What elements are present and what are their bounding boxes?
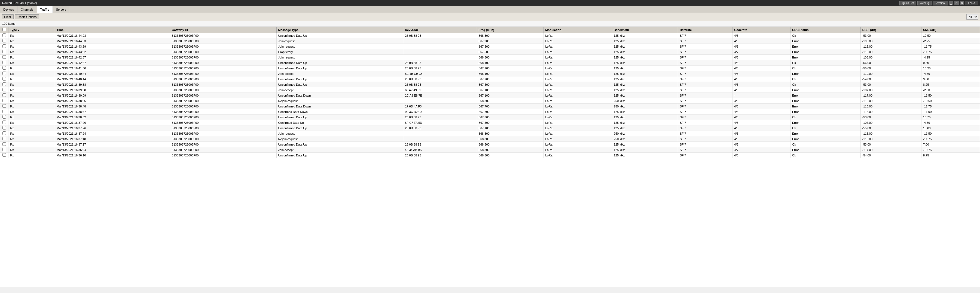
table-row[interactable]: RxMar/13/2021 16:44:033133303725006F00Jo… (0, 38, 980, 44)
cell-checkbox[interactable] (0, 131, 8, 136)
cell-checkbox[interactable] (0, 93, 8, 98)
col-time[interactable]: Time (55, 27, 170, 33)
table-row[interactable]: RxMar/13/2021 16:38:483133303725006F00Un… (0, 104, 980, 109)
cell-checkbox[interactable] (0, 33, 8, 38)
col-modulation[interactable]: Modulation (544, 27, 612, 33)
cell-modulation: LoRa (544, 82, 612, 87)
row-checkbox[interactable] (2, 120, 6, 124)
cell-checkbox[interactable] (0, 120, 8, 125)
tab-servers[interactable]: Servers (53, 6, 70, 13)
row-checkbox[interactable] (2, 115, 6, 119)
row-checkbox[interactable] (2, 39, 6, 43)
row-checkbox[interactable] (2, 131, 6, 135)
table-row[interactable]: RxMar/13/2021 16:37:263133303725006F00Un… (0, 125, 980, 131)
cell-checkbox[interactable] (0, 104, 8, 109)
cell-checkbox[interactable] (0, 60, 8, 66)
cell-checkbox[interactable] (0, 125, 8, 131)
row-checkbox[interactable] (2, 148, 6, 151)
close-button[interactable]: ✕ (960, 1, 964, 5)
cell-checkbox[interactable] (0, 55, 8, 60)
terminal-button[interactable]: Terminal (932, 1, 948, 5)
row-checkbox[interactable] (2, 99, 6, 102)
cell-checkbox[interactable] (0, 71, 8, 76)
col-bandwidth[interactable]: Bandwidth (612, 27, 678, 33)
cell-checkbox[interactable] (0, 136, 8, 142)
cell-checkbox[interactable] (0, 44, 8, 49)
row-checkbox[interactable] (2, 153, 6, 157)
row-checkbox[interactable] (2, 82, 6, 86)
cell-time: Mar/13/2021 16:40:44 (55, 76, 170, 82)
col-dev-addr[interactable]: Dev Addr (403, 27, 477, 33)
table-row[interactable]: RxMar/13/2021 16:39:093133303725006F00Un… (0, 93, 980, 98)
col-freq[interactable]: Freq (MHz) (477, 27, 544, 33)
table-row[interactable]: RxMar/13/2021 16:42:573133303725006F00Jo… (0, 55, 980, 60)
cell-checkbox[interactable] (0, 66, 8, 71)
row-checkbox[interactable] (2, 77, 6, 81)
table-row[interactable]: RxMar/13/2021 16:38:323133303725006F00Un… (0, 114, 980, 120)
row-checkbox[interactable] (2, 126, 6, 130)
cell-checkbox[interactable] (0, 76, 8, 82)
cell-checkbox[interactable] (0, 98, 8, 104)
cell-checkbox[interactable] (0, 87, 8, 93)
col-crc-status[interactable]: CRC Status (791, 27, 861, 33)
cell-checkbox[interactable] (0, 142, 8, 147)
table-row[interactable]: RxMar/13/2021 16:40:443133303725006F00Jo… (0, 71, 980, 76)
cell-checkbox[interactable] (0, 114, 8, 120)
quick-set-button[interactable]: Quick Set (899, 1, 916, 5)
table-container[interactable]: Type▲ Time Gateway ID Message Type Dev A… (0, 27, 980, 287)
col-type[interactable]: Type▲ (8, 27, 55, 33)
table-row[interactable]: RxMar/13/2021 16:38:473133303725006F00Co… (0, 109, 980, 114)
cell-checkbox[interactable] (0, 153, 8, 158)
row-checkbox[interactable] (2, 66, 6, 70)
row-checkbox[interactable] (2, 137, 6, 140)
table-row[interactable]: RxMar/13/2021 16:37:183133303725006F00Re… (0, 136, 980, 142)
select-all-checkbox[interactable] (2, 28, 6, 31)
row-checkbox[interactable] (2, 44, 6, 48)
row-checkbox[interactable] (2, 109, 6, 113)
table-row[interactable]: RxMar/13/2021 16:43:593133303725006F00Jo… (0, 44, 980, 49)
col-coderate[interactable]: Coderate (732, 27, 791, 33)
cell-checkbox[interactable] (0, 38, 8, 44)
maximize-button[interactable]: □ (955, 1, 959, 5)
col-rssi[interactable]: RSSI (dB) (861, 27, 921, 33)
minimize-button[interactable]: _ (949, 1, 953, 5)
tab-channels[interactable]: Channels (18, 6, 37, 13)
table-row[interactable]: RxMar/13/2021 16:41:503133303725006F00Un… (0, 66, 980, 71)
clear-button[interactable]: Clear (2, 14, 14, 19)
cell-checkbox[interactable] (0, 82, 8, 87)
col-datarate[interactable]: Datarate (678, 27, 732, 33)
col-message-type[interactable]: Message Type (276, 27, 403, 33)
cell-checkbox[interactable] (0, 147, 8, 153)
table-row[interactable]: RxMar/13/2021 16:42:573133303725006F00Un… (0, 60, 980, 66)
webfig-button[interactable]: WebFig (917, 1, 932, 5)
table-row[interactable]: RxMar/13/2021 16:36:243133303725006F00Jo… (0, 147, 980, 153)
table-row[interactable]: RxMar/13/2021 16:44:033133303725006F00Un… (0, 33, 980, 38)
row-checkbox[interactable] (2, 88, 6, 92)
row-checkbox[interactable] (2, 104, 6, 108)
table-row[interactable]: RxMar/13/2021 16:39:383133303725006F00Jo… (0, 87, 980, 93)
table-row[interactable]: RxMar/13/2021 16:40:443133303725006F00Un… (0, 76, 980, 82)
row-checkbox[interactable] (2, 50, 6, 53)
table-row[interactable]: RxMar/13/2021 16:37:263133303725006F00Co… (0, 120, 980, 125)
row-checkbox[interactable] (2, 55, 6, 59)
row-checkbox[interactable] (2, 71, 6, 75)
traffic-options-button[interactable]: Traffic Options (15, 14, 39, 19)
tab-devices[interactable]: Devices (0, 6, 18, 13)
tab-traffic[interactable]: Traffic (37, 6, 53, 13)
col-snr[interactable]: SNR (dB) (921, 27, 980, 33)
table-row[interactable]: RxMar/13/2021 16:36:103133303725006F00Un… (0, 153, 980, 158)
filter-select[interactable]: all Rx Tx (966, 14, 978, 20)
col-checkbox[interactable] (0, 27, 8, 33)
row-checkbox[interactable] (2, 33, 6, 37)
table-row[interactable]: RxMar/13/2021 16:43:323133303725006F00Pr… (0, 49, 980, 55)
table-row[interactable]: RxMar/13/2021 16:39:383133303725006F00Un… (0, 82, 980, 87)
cell-checkbox[interactable] (0, 109, 8, 114)
row-checkbox[interactable] (2, 61, 6, 64)
cell-checkbox[interactable] (0, 49, 8, 55)
col-gateway-id[interactable]: Gateway ID (170, 27, 276, 33)
row-checkbox[interactable] (2, 142, 6, 146)
table-row[interactable]: RxMar/13/2021 16:38:553133303725006F00Re… (0, 98, 980, 104)
table-row[interactable]: RxMar/13/2021 16:37:243133303725006F00Jo… (0, 131, 980, 136)
row-checkbox[interactable] (2, 93, 6, 97)
table-row[interactable]: RxMar/13/2021 16:37:173133303725006F00Un… (0, 142, 980, 147)
